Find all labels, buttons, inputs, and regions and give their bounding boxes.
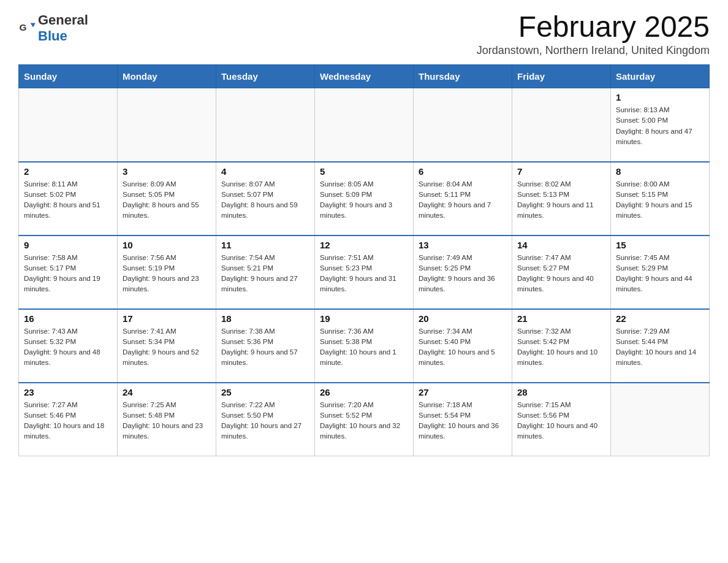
calendar-cell: 19Sunrise: 7:36 AM Sunset: 5:38 PM Dayli… xyxy=(315,309,414,383)
calendar-cell: 5Sunrise: 8:05 AM Sunset: 5:09 PM Daylig… xyxy=(315,162,414,236)
calendar-cell: 23Sunrise: 7:27 AM Sunset: 5:46 PM Dayli… xyxy=(19,383,118,456)
day-info: Sunrise: 7:27 AM Sunset: 5:46 PM Dayligh… xyxy=(24,400,112,442)
calendar-cell: 24Sunrise: 7:25 AM Sunset: 5:48 PM Dayli… xyxy=(118,383,216,456)
day-info: Sunrise: 7:54 AM Sunset: 5:21 PM Dayligh… xyxy=(221,253,309,295)
day-info: Sunrise: 8:09 AM Sunset: 5:05 PM Dayligh… xyxy=(123,179,211,221)
calendar-cell xyxy=(512,88,611,162)
col-header-thursday: Thursday xyxy=(414,65,512,88)
calendar-cell: 25Sunrise: 7:22 AM Sunset: 5:50 PM Dayli… xyxy=(216,383,315,456)
day-info: Sunrise: 8:11 AM Sunset: 5:02 PM Dayligh… xyxy=(24,179,112,221)
day-number: 1 xyxy=(616,92,704,102)
logo-blue: Blue xyxy=(38,28,67,44)
day-info: Sunrise: 8:13 AM Sunset: 5:00 PM Dayligh… xyxy=(616,105,704,147)
day-number: 11 xyxy=(221,240,309,250)
day-number: 18 xyxy=(221,313,309,324)
day-number: 15 xyxy=(616,240,704,250)
calendar-table: SundayMondayTuesdayWednesdayThursdayFrid… xyxy=(18,64,710,456)
day-number: 21 xyxy=(517,313,605,324)
calendar-cell: 4Sunrise: 8:07 AM Sunset: 5:07 PM Daylig… xyxy=(216,162,315,236)
calendar-cell: 27Sunrise: 7:18 AM Sunset: 5:54 PM Dayli… xyxy=(414,383,512,456)
svg-text:G: G xyxy=(19,22,26,33)
calendar-cell: 14Sunrise: 7:47 AM Sunset: 5:27 PM Dayli… xyxy=(512,236,611,309)
calendar-cell: 11Sunrise: 7:54 AM Sunset: 5:21 PM Dayli… xyxy=(216,236,315,309)
calendar-cell: 3Sunrise: 8:09 AM Sunset: 5:05 PM Daylig… xyxy=(118,162,216,236)
day-number: 22 xyxy=(616,313,704,324)
day-info: Sunrise: 7:51 AM Sunset: 5:23 PM Dayligh… xyxy=(320,253,408,295)
day-number: 23 xyxy=(24,387,112,397)
svg-marker-1 xyxy=(31,23,36,28)
calendar-cell: 15Sunrise: 7:45 AM Sunset: 5:29 PM Dayli… xyxy=(611,236,710,309)
day-number: 16 xyxy=(24,313,112,324)
day-info: Sunrise: 7:34 AM Sunset: 5:40 PM Dayligh… xyxy=(419,326,507,369)
calendar-cell: 18Sunrise: 7:38 AM Sunset: 5:36 PM Dayli… xyxy=(216,309,315,383)
calendar-cell: 16Sunrise: 7:43 AM Sunset: 5:32 PM Dayli… xyxy=(19,309,118,383)
calendar-cell: 22Sunrise: 7:29 AM Sunset: 5:44 PM Dayli… xyxy=(611,309,710,383)
calendar-cell: 6Sunrise: 8:04 AM Sunset: 5:11 PM Daylig… xyxy=(414,162,512,236)
calendar-cell: 9Sunrise: 7:58 AM Sunset: 5:17 PM Daylig… xyxy=(19,236,118,309)
day-info: Sunrise: 7:41 AM Sunset: 5:34 PM Dayligh… xyxy=(123,326,211,369)
day-info: Sunrise: 7:20 AM Sunset: 5:52 PM Dayligh… xyxy=(320,400,408,442)
day-info: Sunrise: 7:29 AM Sunset: 5:44 PM Dayligh… xyxy=(616,326,704,369)
calendar-cell: 21Sunrise: 7:32 AM Sunset: 5:42 PM Dayli… xyxy=(512,309,611,383)
col-header-sunday: Sunday xyxy=(19,65,118,88)
calendar-cell: 7Sunrise: 8:02 AM Sunset: 5:13 PM Daylig… xyxy=(512,162,611,236)
day-number: 28 xyxy=(517,387,605,397)
day-info: Sunrise: 8:00 AM Sunset: 5:15 PM Dayligh… xyxy=(616,179,704,221)
location-subtitle: Jordanstown, Northern Ireland, United Ki… xyxy=(477,44,710,57)
day-info: Sunrise: 7:58 AM Sunset: 5:17 PM Dayligh… xyxy=(24,253,112,295)
calendar-cell: 20Sunrise: 7:34 AM Sunset: 5:40 PM Dayli… xyxy=(414,309,512,383)
day-info: Sunrise: 7:15 AM Sunset: 5:56 PM Dayligh… xyxy=(517,400,605,442)
calendar-week-row: 2Sunrise: 8:11 AM Sunset: 5:02 PM Daylig… xyxy=(19,162,710,236)
day-number: 8 xyxy=(616,166,704,177)
day-info: Sunrise: 8:04 AM Sunset: 5:11 PM Dayligh… xyxy=(419,179,507,221)
col-header-wednesday: Wednesday xyxy=(315,65,414,88)
calendar-cell: 28Sunrise: 7:15 AM Sunset: 5:56 PM Dayli… xyxy=(512,383,611,456)
day-number: 5 xyxy=(320,166,408,177)
day-info: Sunrise: 7:56 AM Sunset: 5:19 PM Dayligh… xyxy=(123,253,211,295)
page-header: G General Blue February 2025 Jordanstown… xyxy=(18,12,710,57)
month-title: February 2025 xyxy=(477,12,710,42)
day-number: 4 xyxy=(221,166,309,177)
day-info: Sunrise: 7:49 AM Sunset: 5:25 PM Dayligh… xyxy=(419,253,507,295)
calendar-cell: 17Sunrise: 7:41 AM Sunset: 5:34 PM Dayli… xyxy=(118,309,216,383)
logo-icon: G xyxy=(18,20,36,37)
day-number: 19 xyxy=(320,313,408,324)
day-number: 7 xyxy=(517,166,605,177)
calendar-cell xyxy=(414,88,512,162)
calendar-cell: 2Sunrise: 8:11 AM Sunset: 5:02 PM Daylig… xyxy=(19,162,118,236)
day-number: 6 xyxy=(419,166,507,177)
day-number: 9 xyxy=(24,240,112,250)
col-header-saturday: Saturday xyxy=(611,65,710,88)
calendar-cell xyxy=(216,88,315,162)
day-number: 2 xyxy=(24,166,112,177)
day-number: 20 xyxy=(419,313,507,324)
day-info: Sunrise: 8:07 AM Sunset: 5:07 PM Dayligh… xyxy=(221,179,309,221)
calendar-cell: 10Sunrise: 7:56 AM Sunset: 5:19 PM Dayli… xyxy=(118,236,216,309)
day-info: Sunrise: 7:47 AM Sunset: 5:27 PM Dayligh… xyxy=(517,253,605,295)
calendar-cell xyxy=(19,88,118,162)
day-number: 10 xyxy=(123,240,211,250)
col-header-tuesday: Tuesday xyxy=(216,65,315,88)
calendar-cell xyxy=(118,88,216,162)
col-header-friday: Friday xyxy=(512,65,611,88)
day-number: 12 xyxy=(320,240,408,250)
calendar-week-row: 1Sunrise: 8:13 AM Sunset: 5:00 PM Daylig… xyxy=(19,88,710,162)
day-number: 24 xyxy=(123,387,211,397)
calendar-week-row: 16Sunrise: 7:43 AM Sunset: 5:32 PM Dayli… xyxy=(19,309,710,383)
day-number: 26 xyxy=(320,387,408,397)
calendar-cell: 26Sunrise: 7:20 AM Sunset: 5:52 PM Dayli… xyxy=(315,383,414,456)
day-number: 17 xyxy=(123,313,211,324)
day-info: Sunrise: 7:32 AM Sunset: 5:42 PM Dayligh… xyxy=(517,326,605,369)
calendar-cell xyxy=(315,88,414,162)
calendar-cell: 1Sunrise: 8:13 AM Sunset: 5:00 PM Daylig… xyxy=(611,88,710,162)
day-number: 3 xyxy=(123,166,211,177)
calendar-week-row: 9Sunrise: 7:58 AM Sunset: 5:17 PM Daylig… xyxy=(19,236,710,309)
day-info: Sunrise: 7:43 AM Sunset: 5:32 PM Dayligh… xyxy=(24,326,112,369)
calendar-cell: 12Sunrise: 7:51 AM Sunset: 5:23 PM Dayli… xyxy=(315,236,414,309)
day-number: 14 xyxy=(517,240,605,250)
day-number: 13 xyxy=(419,240,507,250)
day-number: 27 xyxy=(419,387,507,397)
day-info: Sunrise: 7:18 AM Sunset: 5:54 PM Dayligh… xyxy=(419,400,507,442)
day-info: Sunrise: 7:36 AM Sunset: 5:38 PM Dayligh… xyxy=(320,326,408,369)
day-info: Sunrise: 7:25 AM Sunset: 5:48 PM Dayligh… xyxy=(123,400,211,442)
